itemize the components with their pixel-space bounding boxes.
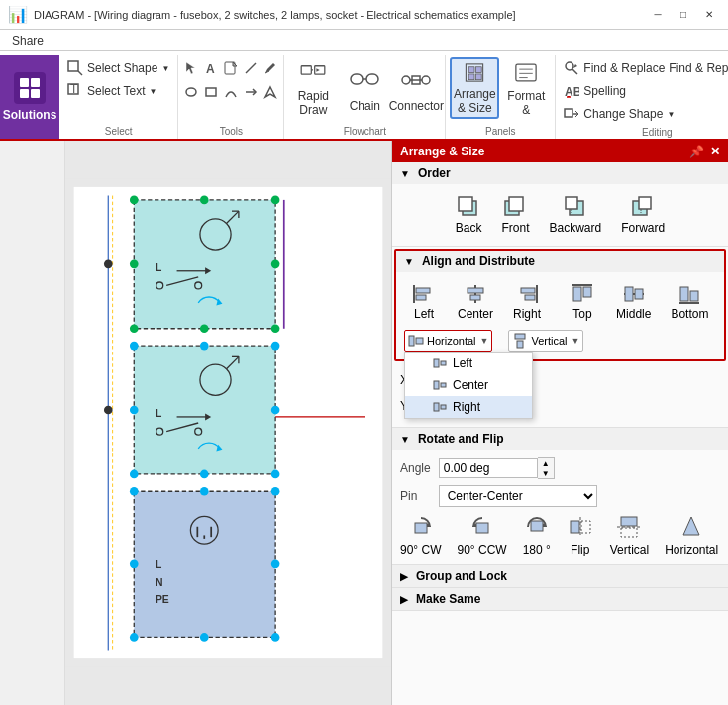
tool-note[interactable]	[222, 57, 240, 79]
menu-item-right[interactable]: Right	[405, 396, 532, 418]
arrange-size-icon	[459, 61, 490, 84]
window-controls: ─ □ ✕	[647, 7, 720, 23]
order-content: Back Front	[392, 184, 728, 246]
rotate-ccw-button[interactable]: 90° CCW	[457, 513, 506, 556]
menu-share[interactable]: Share	[4, 32, 52, 50]
svg-rect-126	[625, 287, 633, 301]
tool-text[interactable]: A	[202, 57, 220, 79]
menu-left-icon	[433, 356, 447, 370]
angle-up[interactable]: ▲	[538, 458, 554, 468]
menu-item-left[interactable]: Left	[405, 352, 532, 374]
rotate-section-header[interactable]: ▼ Rotate and Flip	[392, 428, 728, 450]
tool-arrow[interactable]	[242, 81, 260, 103]
rapid-draw-button[interactable]: Rapid Draw	[288, 57, 338, 119]
tool-line[interactable]	[242, 57, 260, 79]
svg-line-10	[246, 63, 256, 73]
rotate-cw-button[interactable]: 90° CW	[400, 513, 441, 556]
flip-icon	[567, 513, 594, 541]
tool-ellipse[interactable]	[182, 81, 200, 103]
rotate-ccw-label: 90° CCW	[457, 543, 506, 556]
angle-input[interactable]	[439, 458, 538, 478]
order-section-header[interactable]: ▼ Order	[392, 162, 728, 184]
rotate-180-button[interactable]: 180 °	[523, 513, 551, 556]
chain-button[interactable]: Chain	[340, 57, 389, 119]
connector-button[interactable]: Connector	[391, 57, 441, 119]
align-top-button[interactable]: Top	[563, 280, 602, 324]
tool-curve[interactable]	[222, 81, 240, 103]
panel-pin-button[interactable]: 📌	[689, 145, 704, 158]
front-icon	[503, 195, 527, 219]
find-replace-button[interactable]: Find & Replace Find & Replace	[560, 57, 728, 79]
svg-rect-146	[531, 521, 543, 531]
svg-rect-151	[621, 528, 637, 537]
tool-pen[interactable]	[261, 57, 279, 79]
flip-horizontal-button[interactable]: Horizontal	[665, 513, 718, 556]
diagram-canvas[interactable]: L	[65, 141, 391, 705]
title-bar-text: DIAGRAM - [Wiring diagram - fusebox, 2 s…	[34, 9, 516, 21]
align-center-button[interactable]: Center	[452, 280, 499, 324]
select-text-button[interactable]: T Select Text ▼	[63, 80, 173, 102]
svg-point-12	[186, 88, 196, 96]
svg-text:N: N	[156, 577, 163, 588]
h-dropdown-button[interactable]: Horizontal ▼	[404, 330, 492, 352]
arrange-size-button[interactable]: Arrange& Size	[450, 57, 499, 119]
svg-point-92	[130, 633, 139, 642]
flip-button[interactable]: Flip	[567, 513, 594, 556]
svg-point-91	[271, 560, 280, 569]
change-shape-button[interactable]: Change Shape ▼	[560, 103, 728, 125]
align-bottom-button[interactable]: Bottom	[665, 280, 714, 324]
pin-select[interactable]: Center-Center	[439, 485, 597, 507]
spelling-label: Spelling	[583, 84, 626, 98]
svg-point-85	[104, 406, 113, 415]
menu-item-center[interactable]: Center	[405, 374, 532, 396]
format-button[interactable]: Format &	[501, 57, 551, 119]
tool-cursor[interactable]	[182, 57, 200, 79]
cursor-icon	[184, 61, 198, 75]
align-left-button[interactable]: Left	[404, 280, 444, 324]
front-button[interactable]: Front	[495, 192, 535, 238]
tools-stack: A	[182, 57, 279, 103]
connector-label: Connector	[389, 99, 444, 113]
v-dropdown-button[interactable]: Vertical ▼	[508, 330, 583, 352]
canvas-area[interactable]: L	[65, 141, 391, 705]
svg-rect-135	[434, 381, 439, 389]
back-icon	[457, 195, 480, 219]
solutions-button[interactable]: Solutions	[0, 55, 59, 139]
angle-down[interactable]: ▼	[538, 468, 554, 478]
svg-point-63	[104, 260, 113, 269]
minimize-button[interactable]: ─	[647, 7, 669, 23]
tools-row1: A	[182, 57, 279, 79]
align-right-button[interactable]: Right	[507, 280, 547, 324]
angle-spinner: ▲ ▼	[538, 457, 555, 479]
tool-rect[interactable]	[202, 81, 220, 103]
forward-button[interactable]: Forward	[615, 192, 671, 238]
h-dropdown-arrow: ▼	[480, 336, 489, 346]
svg-rect-106	[509, 197, 523, 211]
rotate-expand-icon: ▼	[400, 434, 410, 445]
group-lock-header[interactable]: ▶ Group and Lock	[392, 565, 728, 587]
backward-button[interactable]: Backward	[544, 192, 608, 238]
spelling-button[interactable]: AB Spelling	[560, 80, 728, 102]
panel-close-button[interactable]: ✕	[710, 145, 720, 158]
front-label: Front	[501, 221, 529, 235]
tool-pointer[interactable]	[261, 81, 279, 103]
rotate-cw-icon	[407, 513, 435, 541]
select-shape-button[interactable]: Select Shape ▼	[63, 57, 173, 79]
rotate-180-icon	[523, 513, 551, 541]
svg-point-22	[402, 76, 410, 84]
order-expand-icon: ▼	[400, 168, 410, 179]
close-button[interactable]: ✕	[698, 7, 720, 23]
svg-rect-130	[690, 291, 698, 301]
flip-vertical-button[interactable]: Vertical	[610, 513, 649, 556]
back-button[interactable]: Back	[450, 192, 488, 238]
find-replace-icon	[564, 60, 579, 76]
arrow-icon	[244, 85, 258, 99]
solutions-icon	[14, 72, 46, 104]
maximize-button[interactable]: □	[673, 7, 694, 23]
align-middle-button[interactable]: Middle	[610, 280, 657, 324]
order-buttons: Back Front	[400, 192, 720, 238]
make-same-header[interactable]: ▶ Make Same	[392, 588, 728, 610]
align-section-header[interactable]: ▼ Align and Distribute	[396, 251, 724, 272]
chain-icon	[349, 64, 380, 96]
svg-rect-127	[635, 289, 643, 299]
